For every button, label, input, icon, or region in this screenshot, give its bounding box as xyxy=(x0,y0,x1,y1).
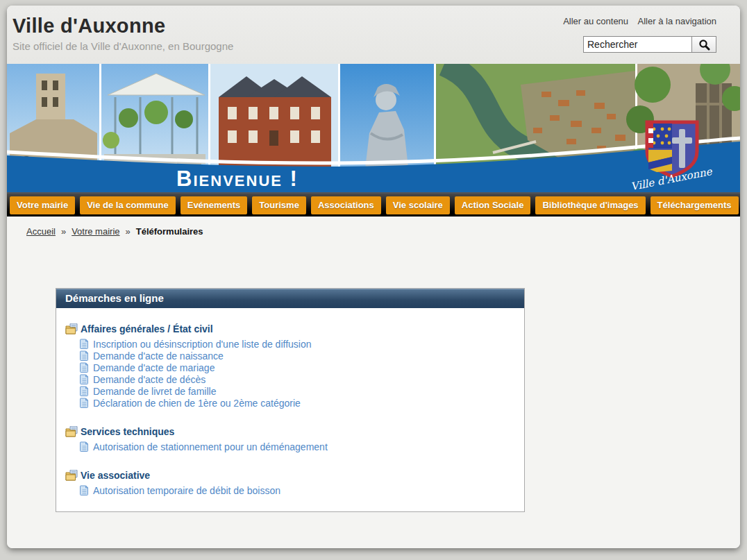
form-link-autorisation-de-stationnement-pour-un-demenagement[interactable]: Autorisation de stationnement pour un dé… xyxy=(93,441,328,452)
document-icon xyxy=(80,441,89,452)
search-icon xyxy=(698,39,710,51)
form-link-declaration-de-chien-de-1ere-ou-2eme-categorie[interactable]: Déclaration de chien de 1ère ou 2ème cat… xyxy=(93,398,301,409)
form-link-row: Autorisation temporaire de débit de bois… xyxy=(80,484,513,496)
category-title: Affaires générales / État civil xyxy=(81,323,213,334)
form-link-autorisation-temporaire-de-debit-de-boisson[interactable]: Autorisation temporaire de débit de bois… xyxy=(93,485,280,496)
category-affaires-generales-etat-civil: Affaires générales / État civil Inscript… xyxy=(65,323,513,409)
document-icon xyxy=(80,374,89,384)
form-link-row: Demande d'acte de mariage xyxy=(80,362,513,373)
nav-tab-tourisme[interactable]: Tourisme xyxy=(252,196,306,214)
breadcrumb-teleformulaires: Téléformulaires xyxy=(136,226,203,237)
site-branding: Ville d'Auxonne Site officiel de la Vill… xyxy=(12,6,233,64)
main-navigation: Votre mairieVie de la communeEvénementsT… xyxy=(7,194,740,217)
form-link-inscription-ou-desinscription-d-une-liste-de-diffusion[interactable]: Inscription ou désinscription d'une list… xyxy=(93,339,312,350)
breadcrumb: Accueil»Votre mairie»Téléformulaires xyxy=(26,226,740,237)
site-container: Ville d'Auxonne Site officiel de la Vill… xyxy=(7,6,740,548)
form-link-demande-de-livret-de-famille[interactable]: Demande de livret de famille xyxy=(93,386,216,397)
skip-links: Aller au contenu Aller à la navigation xyxy=(557,15,716,27)
category-vie-associative: Vie associative Autorisation temporaire … xyxy=(65,470,513,496)
search-input[interactable] xyxy=(583,36,691,53)
document-icon xyxy=(80,339,89,349)
form-link-row: Autorisation de stationnement pour un dé… xyxy=(80,441,513,452)
document-icon xyxy=(80,398,89,408)
nav-tab-action-sociale[interactable]: Action Sociale xyxy=(455,196,531,214)
site-title: Ville d'Auxonne xyxy=(12,15,233,37)
form-link-row: Demande de livret de famille xyxy=(80,385,513,397)
document-icon xyxy=(80,362,89,373)
site-subtitle: Site officiel de la Ville d'Auxonne, en … xyxy=(12,40,233,52)
nav-tab-votre-mairie[interactable]: Votre mairie xyxy=(10,196,75,214)
form-link-row: Demande d'acte de naissance xyxy=(80,350,513,362)
breadcrumb-separator: » xyxy=(126,226,131,237)
document-icon xyxy=(80,386,89,396)
form-link-row: Inscription ou désinscription d'une list… xyxy=(80,338,513,350)
box-title: Démarches en ligne xyxy=(56,289,524,308)
skip-link-content[interactable]: Aller au contenu xyxy=(563,16,628,26)
site-header: Ville d'Auxonne Site officiel de la Vill… xyxy=(7,6,740,64)
search-form xyxy=(557,36,716,53)
search-button[interactable] xyxy=(691,36,716,53)
page-content: Accueil»Votre mairie»Téléformulaires Dém… xyxy=(7,217,740,548)
box-body: Affaires générales / État civil Inscript… xyxy=(56,308,524,511)
banner-welcome-text: Bienvenue ! xyxy=(176,167,299,191)
form-link-demande-d-acte-de-naissance[interactable]: Demande d'acte de naissance xyxy=(93,350,224,362)
skip-link-navigation[interactable]: Aller à la navigation xyxy=(638,16,716,26)
nav-tab-telechargements[interactable]: Téléchargements xyxy=(651,196,739,214)
document-icon xyxy=(80,350,89,361)
form-link-row: Déclaration de chien de 1ère ou 2ème cat… xyxy=(80,397,513,409)
nav-tab-bibliotheque-d-images[interactable]: Bibliothèque d'images xyxy=(535,196,645,214)
folder-icon xyxy=(65,426,78,437)
coat-of-arms xyxy=(647,122,697,176)
form-link-row: Demande d'acte de décès xyxy=(80,373,513,385)
nav-tab-vie-scolaire[interactable]: Vie scolaire xyxy=(386,196,450,214)
breadcrumb-accueil[interactable]: Accueil xyxy=(26,226,56,237)
form-link-demande-d-acte-de-deces[interactable]: Demande d'acte de décès xyxy=(93,374,205,385)
nav-tab-associations[interactable]: Associations xyxy=(311,196,381,214)
category-title: Vie associative xyxy=(81,470,150,481)
nav-tab-evenements[interactable]: Evénements xyxy=(181,196,248,214)
form-link-demande-d-acte-de-mariage[interactable]: Demande d'acte de mariage xyxy=(93,362,215,373)
breadcrumb-votre-mairie[interactable]: Votre mairie xyxy=(72,226,119,237)
header-tools: Aller au contenu Aller à la navigation xyxy=(557,6,716,64)
nav-tab-vie-de-la-commune[interactable]: Vie de la commune xyxy=(80,196,176,214)
banner-image: Bienvenue ! xyxy=(7,64,740,194)
category-services-techniques: Services techniques Autorisation de stat… xyxy=(65,426,513,452)
folder-icon xyxy=(65,470,78,481)
breadcrumb-separator: » xyxy=(61,226,66,237)
demarches-box: Démarches en ligne Affaires générales / … xyxy=(56,288,525,512)
document-icon xyxy=(80,485,89,495)
folder-icon xyxy=(65,323,78,334)
category-title: Services techniques xyxy=(81,426,174,437)
